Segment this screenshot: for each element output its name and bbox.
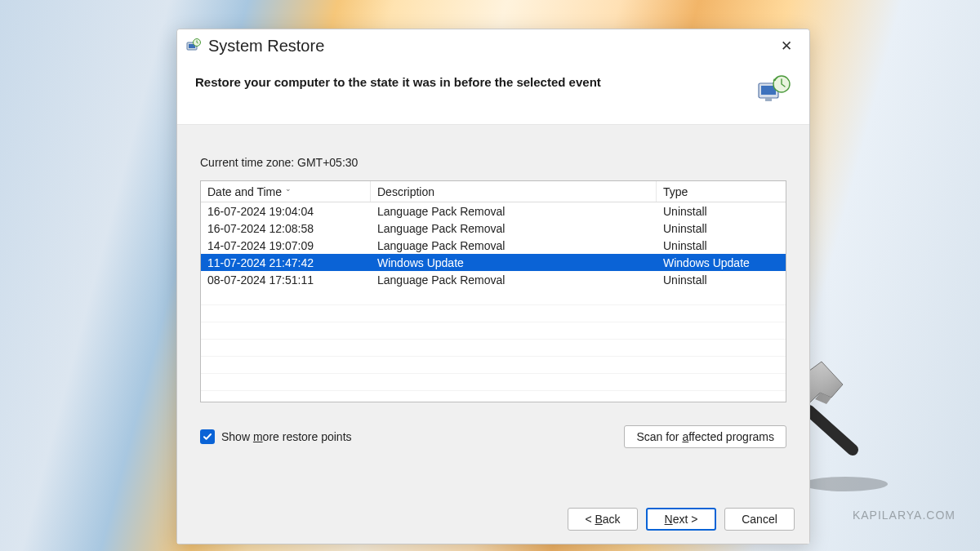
watermark-text: KAPILARYA.COM (853, 509, 956, 522)
table-row-empty (201, 288, 786, 305)
cell-type: Uninstall (657, 202, 786, 220)
svg-rect-7 (765, 98, 772, 101)
table-row[interactable]: 08-07-2024 17:51:11Language Pack Removal… (201, 271, 786, 288)
system-restore-icon (185, 38, 202, 54)
wizard-headline: Restore your computer to the state it wa… (195, 73, 747, 89)
cell-datetime: 11-07-2024 21:47:42 (201, 254, 371, 271)
table-header[interactable]: Date and Time ⌄ Description Type (201, 181, 786, 202)
table-row[interactable]: 16-07-2024 12:08:58Language Pack Removal… (201, 220, 786, 237)
system-restore-window: System Restore ✕ Restore your computer t… (176, 29, 810, 544)
cell-description: Language Pack Removal (371, 237, 657, 254)
table-row[interactable]: 16-07-2024 19:04:04Language Pack Removal… (201, 202, 786, 220)
table-row[interactable]: 11-07-2024 21:47:42Windows UpdateWindows… (201, 254, 786, 271)
show-more-label: Show more restore points (221, 430, 352, 443)
column-datetime-label: Date and Time (207, 185, 282, 198)
restore-points-table[interactable]: Date and Time ⌄ Description Type 16-07-2… (200, 180, 786, 402)
close-button[interactable]: ✕ (772, 34, 801, 57)
cell-description: Windows Update (371, 254, 657, 271)
column-type[interactable]: Type (657, 181, 786, 202)
show-more-restore-points-checkbox[interactable]: Show more restore points (200, 429, 352, 444)
table-body: 16-07-2024 19:04:04Language Pack Removal… (201, 202, 786, 402)
svg-point-0 (803, 477, 888, 491)
cell-datetime: 16-07-2024 19:04:04 (201, 202, 371, 220)
column-description[interactable]: Description (371, 181, 657, 202)
table-row-empty (201, 374, 786, 391)
wizard-footer: < Back Next > Cancel (177, 508, 809, 544)
back-button[interactable]: < Back (568, 508, 638, 531)
wizard-body: Current time zone: GMT+05:30 Date and Ti… (177, 125, 809, 508)
cancel-button[interactable]: Cancel (724, 508, 795, 531)
column-type-label: Type (663, 185, 688, 198)
next-button[interactable]: Next > (646, 508, 716, 531)
wizard-header: Restore your computer to the state it wa… (177, 62, 809, 125)
desktop-background: KAPILARYA.COM System Restore ✕ Restore y… (0, 0, 980, 551)
checkbox-checked-icon (200, 429, 215, 444)
cell-description: Language Pack Removal (371, 202, 657, 220)
sort-descending-icon: ⌄ (285, 184, 292, 193)
cell-description: Language Pack Removal (371, 271, 657, 288)
table-row-empty (201, 322, 786, 340)
close-icon: ✕ (781, 38, 792, 55)
table-row-empty (201, 340, 786, 357)
column-datetime[interactable]: Date and Time ⌄ (201, 181, 371, 202)
restore-header-icon (755, 73, 791, 108)
cell-datetime: 08-07-2024 17:51:11 (201, 271, 371, 288)
table-row[interactable]: 14-07-2024 19:07:09Language Pack Removal… (201, 237, 786, 254)
cell-type: Windows Update (657, 254, 786, 271)
table-row-empty (201, 357, 786, 374)
column-description-label: Description (377, 185, 434, 198)
cell-type: Uninstall (657, 220, 786, 237)
titlebar[interactable]: System Restore ✕ (177, 29, 809, 62)
cell-description: Language Pack Removal (371, 220, 657, 237)
cell-datetime: 14-07-2024 19:07:09 (201, 237, 371, 254)
cell-type: Uninstall (657, 271, 786, 288)
table-row-empty (201, 305, 786, 322)
scan-affected-programs-button[interactable]: Scan for affected programs (624, 425, 786, 448)
timezone-label: Current time zone: GMT+05:30 (200, 156, 786, 169)
cell-type: Uninstall (657, 237, 786, 254)
window-title: System Restore (208, 37, 324, 56)
cell-datetime: 16-07-2024 12:08:58 (201, 220, 371, 237)
